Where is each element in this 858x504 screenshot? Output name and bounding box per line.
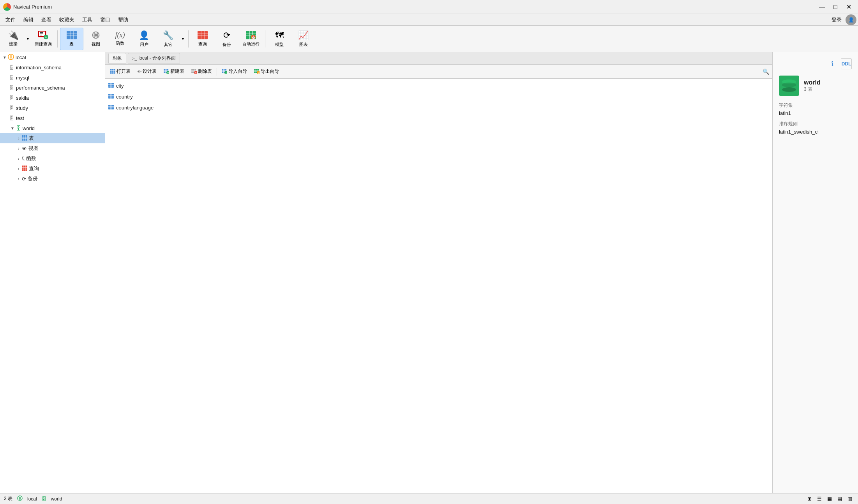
sidebar-item-test[interactable]: 🗄 test [0,113,105,123]
info-button[interactable]: ℹ [827,58,838,69]
sidebar-item-world-tables[interactable]: › 表 [0,133,105,143]
sidebar-item-world[interactable]: ▼ 🗄 world [0,123,105,133]
status-split-left-button[interactable]: ▤ [835,495,844,503]
db-icon-sakila: 🗄 [9,95,14,101]
table-name-country: country [116,94,133,100]
toolbar-chart-button[interactable]: 📈 图表 [292,28,315,50]
toolbar-connect-button[interactable]: 🔌 连接 [2,28,25,50]
login-button[interactable]: 登录 [828,16,846,24]
toolbar-autorun-button[interactable]: ⏰ 自动运行 [239,28,263,50]
table-row-countrylanguage[interactable]: countrylanguage [105,102,772,113]
status-list-view-button[interactable]: ☰ [815,495,824,503]
app-logo [3,3,11,11]
toolbar-separator-2 [188,30,189,48]
tab-bar: 对象 >_ local - 命令列界面 [105,52,772,65]
menu-help[interactable]: 帮助 [114,15,132,25]
local-db-icon [8,54,14,61]
sidebar-item-performance-schema[interactable]: 🗄 performance_schema [0,83,105,93]
mysql-label: mysql [16,75,29,81]
design-table-button[interactable]: ✏ 设计表 [134,67,160,76]
export-wizard-button[interactable]: ↓ 导出向导 [251,67,282,76]
svg-rect-82 [108,105,114,109]
ddl-button[interactable]: DDL [841,58,852,69]
sidebar-item-study[interactable]: 🗄 study [0,103,105,113]
views-icon: 👁 [22,146,27,152]
collation-section: 排序规则 latin1_swedish_ci [779,121,852,135]
toolbar: 🔌 连接 ▼ + 新建查询 表 视图 f(x) 函数 👤 用户 [0,26,858,52]
toolbar-table-button[interactable]: 表 [60,28,83,50]
menu-edit[interactable]: 编辑 [19,15,37,25]
db-table-count: 3 表 [804,86,821,93]
import-wizard-icon: → [222,69,227,75]
open-table-label: 打开表 [117,68,131,75]
open-table-icon [110,69,115,75]
charset-label: 字符集 [779,102,852,109]
toolbar-view-button[interactable]: 视图 [84,28,108,50]
world-views-arrow: › [16,146,22,151]
table-row-city[interactable]: city [105,80,772,91]
app-title: Navicat Premium [13,4,52,10]
sidebar-item-mysql[interactable]: 🗄 mysql [0,72,105,83]
menu-view[interactable]: 查看 [37,15,55,25]
sidebar-item-sakila[interactable]: 🗄 sakila [0,93,105,103]
sidebar-item-world-functions[interactable]: › fx 函数 [0,153,105,164]
world-functions-arrow: › [16,157,22,161]
sidebar-item-local[interactable]: ▼ local [0,52,105,62]
world-tables-arrow: › [16,136,22,141]
toolbar-newquery-button[interactable]: + 新建查询 [32,28,55,50]
close-button[interactable]: ✕ [842,1,855,13]
status-bar-right-icons: ⊞ ☰ ▦ ▤ ▥ [805,495,854,503]
charset-section: 字符集 latin1 [779,102,852,116]
maximize-button[interactable]: □ [829,1,842,13]
tables-icon [22,135,27,142]
db-icon-study: 🗄 [9,105,14,111]
toolbar-separator-3 [265,30,265,48]
toolbar-newquery-label: 新建查询 [35,41,52,47]
toolbar-view-label: 视图 [92,41,100,47]
sidebar-item-world-queries[interactable]: › 查询 [0,164,105,174]
toolbar-function-button[interactable]: f(x) 函数 [108,28,132,50]
world-queries-label: 查询 [29,165,39,172]
sidebar-item-world-backups[interactable]: › ⟳ 备份 [0,174,105,184]
title-bar: Navicat Premium — □ ✕ [0,0,858,14]
status-connection-name: local [27,496,37,502]
toolbar-backup-button[interactable]: ⟳ 备份 [215,28,238,50]
table-name-countrylanguage: countrylanguage [116,105,154,111]
tab-objects[interactable]: 对象 [108,53,126,63]
sidebar-item-world-views[interactable]: › 👁 视图 [0,143,105,153]
world-tables-label: 表 [29,135,34,142]
other-dropdown-arrow[interactable]: ▼ [180,28,186,50]
db-icon-information-schema: 🗄 [9,65,14,70]
status-split-right-button[interactable]: ▥ [846,495,854,503]
import-wizard-button[interactable]: → 导入向导 [219,67,250,76]
minimize-button[interactable]: — [816,1,828,13]
delete-table-button[interactable]: − 删除表 [188,67,215,76]
sidebar-item-information-schema[interactable]: 🗄 information_schema [0,62,105,72]
table-name-city: city [116,83,124,89]
action-separator-1 [217,68,217,76]
connect-dropdown-arrow[interactable]: ▼ [25,28,31,50]
toolbar-query-button[interactable]: 查询 [191,28,214,50]
queries-icon [22,166,27,172]
tab-command-line[interactable]: >_ local - 命令列界面 [128,53,180,63]
open-table-button[interactable]: 打开表 [107,67,134,76]
local-label: local [16,55,26,60]
menu-tools[interactable]: 工具 [78,15,96,25]
menu-favorites[interactable]: 收藏夹 [55,15,78,25]
new-table-button[interactable]: + 新建表 [161,67,187,76]
world-views-label: 视图 [28,145,39,152]
toolbar-user-button[interactable]: 👤 用户 [132,28,156,50]
panel-icon-row: ℹ DDL [779,58,852,69]
menu-file[interactable]: 文件 [2,15,19,25]
table-list: city country countrylanguage [105,79,772,493]
menu-window[interactable]: 窗口 [96,15,114,25]
toolbar-user-label: 用户 [140,42,148,48]
toolbar-other-button[interactable]: 🔧 其它 [157,28,180,50]
world-arrow: ▼ [9,126,16,130]
table-row-country[interactable]: country [105,91,772,102]
status-grid-view-button[interactable]: ⊞ [805,495,814,503]
status-detail-view-button[interactable]: ▦ [825,495,834,503]
toolbar-model-button[interactable]: 🗺 模型 [268,28,291,50]
query-icon [198,31,208,40]
search-button[interactable]: 🔍 [761,67,771,76]
